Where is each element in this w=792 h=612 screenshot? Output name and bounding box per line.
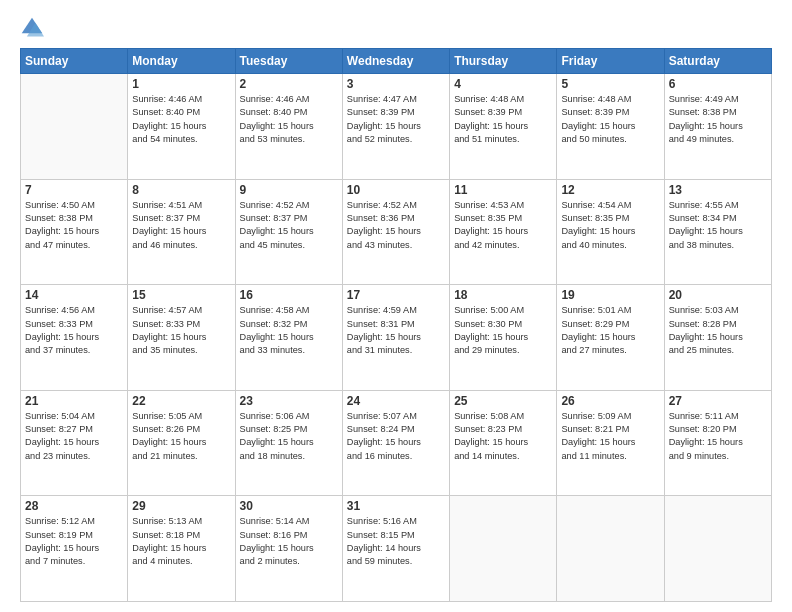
calendar-week-4: 21Sunrise: 5:04 AM Sunset: 8:27 PM Dayli… (21, 390, 772, 496)
calendar-cell: 11Sunrise: 4:53 AM Sunset: 8:35 PM Dayli… (450, 179, 557, 285)
calendar-cell: 8Sunrise: 4:51 AM Sunset: 8:37 PM Daylig… (128, 179, 235, 285)
day-number: 18 (454, 288, 552, 302)
calendar-cell: 24Sunrise: 5:07 AM Sunset: 8:24 PM Dayli… (342, 390, 449, 496)
day-info: Sunrise: 5:13 AM Sunset: 8:18 PM Dayligh… (132, 515, 230, 568)
day-info: Sunrise: 5:05 AM Sunset: 8:26 PM Dayligh… (132, 410, 230, 463)
day-info: Sunrise: 4:51 AM Sunset: 8:37 PM Dayligh… (132, 199, 230, 252)
calendar-cell: 18Sunrise: 5:00 AM Sunset: 8:30 PM Dayli… (450, 285, 557, 391)
calendar-cell: 2Sunrise: 4:46 AM Sunset: 8:40 PM Daylig… (235, 74, 342, 180)
calendar-table: Sunday Monday Tuesday Wednesday Thursday… (20, 48, 772, 602)
day-info: Sunrise: 5:06 AM Sunset: 8:25 PM Dayligh… (240, 410, 338, 463)
day-number: 9 (240, 183, 338, 197)
calendar-week-2: 7Sunrise: 4:50 AM Sunset: 8:38 PM Daylig… (21, 179, 772, 285)
day-info: Sunrise: 5:12 AM Sunset: 8:19 PM Dayligh… (25, 515, 123, 568)
day-number: 16 (240, 288, 338, 302)
col-wednesday: Wednesday (342, 49, 449, 74)
calendar-cell (450, 496, 557, 602)
day-info: Sunrise: 4:47 AM Sunset: 8:39 PM Dayligh… (347, 93, 445, 146)
day-number: 5 (561, 77, 659, 91)
calendar-cell: 27Sunrise: 5:11 AM Sunset: 8:20 PM Dayli… (664, 390, 771, 496)
day-info: Sunrise: 5:11 AM Sunset: 8:20 PM Dayligh… (669, 410, 767, 463)
calendar-cell: 14Sunrise: 4:56 AM Sunset: 8:33 PM Dayli… (21, 285, 128, 391)
calendar-cell: 5Sunrise: 4:48 AM Sunset: 8:39 PM Daylig… (557, 74, 664, 180)
day-number: 4 (454, 77, 552, 91)
calendar-header: Sunday Monday Tuesday Wednesday Thursday… (21, 49, 772, 74)
calendar-cell: 4Sunrise: 4:48 AM Sunset: 8:39 PM Daylig… (450, 74, 557, 180)
calendar-cell: 12Sunrise: 4:54 AM Sunset: 8:35 PM Dayli… (557, 179, 664, 285)
calendar-cell: 20Sunrise: 5:03 AM Sunset: 8:28 PM Dayli… (664, 285, 771, 391)
calendar-cell: 22Sunrise: 5:05 AM Sunset: 8:26 PM Dayli… (128, 390, 235, 496)
day-number: 26 (561, 394, 659, 408)
calendar-cell: 25Sunrise: 5:08 AM Sunset: 8:23 PM Dayli… (450, 390, 557, 496)
day-info: Sunrise: 5:01 AM Sunset: 8:29 PM Dayligh… (561, 304, 659, 357)
calendar-cell (664, 496, 771, 602)
calendar-cell: 16Sunrise: 4:58 AM Sunset: 8:32 PM Dayli… (235, 285, 342, 391)
calendar-cell: 29Sunrise: 5:13 AM Sunset: 8:18 PM Dayli… (128, 496, 235, 602)
day-info: Sunrise: 5:14 AM Sunset: 8:16 PM Dayligh… (240, 515, 338, 568)
day-info: Sunrise: 4:50 AM Sunset: 8:38 PM Dayligh… (25, 199, 123, 252)
day-info: Sunrise: 4:46 AM Sunset: 8:40 PM Dayligh… (240, 93, 338, 146)
calendar-cell: 15Sunrise: 4:57 AM Sunset: 8:33 PM Dayli… (128, 285, 235, 391)
calendar-cell: 3Sunrise: 4:47 AM Sunset: 8:39 PM Daylig… (342, 74, 449, 180)
header-row: Sunday Monday Tuesday Wednesday Thursday… (21, 49, 772, 74)
day-number: 7 (25, 183, 123, 197)
day-number: 25 (454, 394, 552, 408)
calendar-cell: 26Sunrise: 5:09 AM Sunset: 8:21 PM Dayli… (557, 390, 664, 496)
day-number: 27 (669, 394, 767, 408)
col-friday: Friday (557, 49, 664, 74)
day-info: Sunrise: 5:08 AM Sunset: 8:23 PM Dayligh… (454, 410, 552, 463)
calendar-cell: 28Sunrise: 5:12 AM Sunset: 8:19 PM Dayli… (21, 496, 128, 602)
calendar-cell: 6Sunrise: 4:49 AM Sunset: 8:38 PM Daylig… (664, 74, 771, 180)
day-number: 8 (132, 183, 230, 197)
day-info: Sunrise: 4:55 AM Sunset: 8:34 PM Dayligh… (669, 199, 767, 252)
calendar-cell (21, 74, 128, 180)
col-thursday: Thursday (450, 49, 557, 74)
calendar-week-5: 28Sunrise: 5:12 AM Sunset: 8:19 PM Dayli… (21, 496, 772, 602)
calendar-cell (557, 496, 664, 602)
calendar-cell: 1Sunrise: 4:46 AM Sunset: 8:40 PM Daylig… (128, 74, 235, 180)
day-info: Sunrise: 5:16 AM Sunset: 8:15 PM Dayligh… (347, 515, 445, 568)
day-info: Sunrise: 4:49 AM Sunset: 8:38 PM Dayligh… (669, 93, 767, 146)
calendar-cell: 9Sunrise: 4:52 AM Sunset: 8:37 PM Daylig… (235, 179, 342, 285)
col-tuesday: Tuesday (235, 49, 342, 74)
day-number: 31 (347, 499, 445, 513)
day-info: Sunrise: 5:04 AM Sunset: 8:27 PM Dayligh… (25, 410, 123, 463)
calendar-week-3: 14Sunrise: 4:56 AM Sunset: 8:33 PM Dayli… (21, 285, 772, 391)
calendar-cell: 30Sunrise: 5:14 AM Sunset: 8:16 PM Dayli… (235, 496, 342, 602)
day-info: Sunrise: 5:09 AM Sunset: 8:21 PM Dayligh… (561, 410, 659, 463)
day-number: 12 (561, 183, 659, 197)
day-number: 28 (25, 499, 123, 513)
day-number: 17 (347, 288, 445, 302)
calendar-cell: 7Sunrise: 4:50 AM Sunset: 8:38 PM Daylig… (21, 179, 128, 285)
day-number: 14 (25, 288, 123, 302)
calendar-cell: 21Sunrise: 5:04 AM Sunset: 8:27 PM Dayli… (21, 390, 128, 496)
calendar-body: 1Sunrise: 4:46 AM Sunset: 8:40 PM Daylig… (21, 74, 772, 602)
day-number: 2 (240, 77, 338, 91)
header (20, 16, 772, 40)
day-info: Sunrise: 4:53 AM Sunset: 8:35 PM Dayligh… (454, 199, 552, 252)
calendar-cell: 17Sunrise: 4:59 AM Sunset: 8:31 PM Dayli… (342, 285, 449, 391)
calendar-cell: 13Sunrise: 4:55 AM Sunset: 8:34 PM Dayli… (664, 179, 771, 285)
day-number: 22 (132, 394, 230, 408)
calendar-cell: 23Sunrise: 5:06 AM Sunset: 8:25 PM Dayli… (235, 390, 342, 496)
day-number: 15 (132, 288, 230, 302)
day-info: Sunrise: 4:56 AM Sunset: 8:33 PM Dayligh… (25, 304, 123, 357)
day-info: Sunrise: 5:00 AM Sunset: 8:30 PM Dayligh… (454, 304, 552, 357)
day-info: Sunrise: 4:48 AM Sunset: 8:39 PM Dayligh… (454, 93, 552, 146)
calendar-cell: 31Sunrise: 5:16 AM Sunset: 8:15 PM Dayli… (342, 496, 449, 602)
col-sunday: Sunday (21, 49, 128, 74)
day-number: 23 (240, 394, 338, 408)
day-number: 11 (454, 183, 552, 197)
day-info: Sunrise: 4:54 AM Sunset: 8:35 PM Dayligh… (561, 199, 659, 252)
calendar-week-1: 1Sunrise: 4:46 AM Sunset: 8:40 PM Daylig… (21, 74, 772, 180)
day-info: Sunrise: 4:52 AM Sunset: 8:37 PM Dayligh… (240, 199, 338, 252)
day-number: 19 (561, 288, 659, 302)
day-number: 1 (132, 77, 230, 91)
col-saturday: Saturday (664, 49, 771, 74)
day-info: Sunrise: 5:07 AM Sunset: 8:24 PM Dayligh… (347, 410, 445, 463)
day-info: Sunrise: 4:48 AM Sunset: 8:39 PM Dayligh… (561, 93, 659, 146)
day-number: 10 (347, 183, 445, 197)
day-info: Sunrise: 4:57 AM Sunset: 8:33 PM Dayligh… (132, 304, 230, 357)
logo (20, 16, 48, 40)
day-info: Sunrise: 4:58 AM Sunset: 8:32 PM Dayligh… (240, 304, 338, 357)
